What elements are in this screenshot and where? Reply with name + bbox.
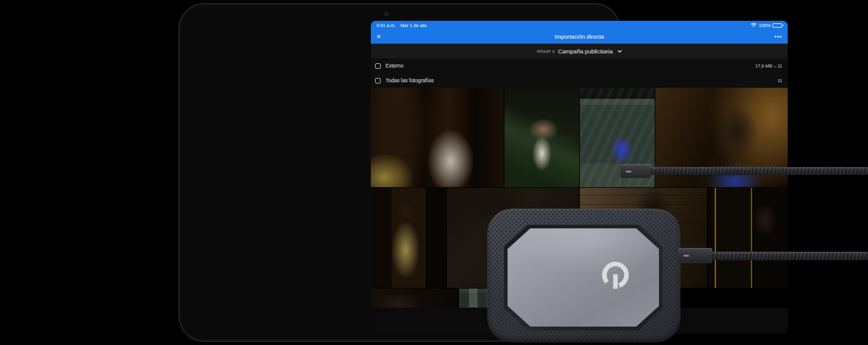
todas-checkbox[interactable]: [375, 78, 381, 83]
source-meta: 17,6 MB – 11: [755, 63, 782, 69]
page-title: Importación directa: [555, 33, 604, 40]
g-drive-logo-icon: [596, 259, 634, 297]
scene: 9:41 a.m. Mar 1 de abr. 100% ✕ Importaci…: [0, 0, 868, 345]
photo-thumbnail[interactable]: [371, 188, 446, 288]
close-icon[interactable]: ✕: [376, 29, 381, 44]
photo-thumbnail[interactable]: [504, 88, 579, 187]
source-label: Todas las fotografías: [386, 77, 433, 83]
add-to-bar[interactable]: Añadir a Campaña publicitaria: [371, 44, 788, 58]
source-label: Externo: [386, 63, 403, 69]
add-to-label: Añadir a: [536, 48, 555, 54]
usb-c-connector-ipad: [620, 165, 651, 178]
drive-plate-ridge: [504, 225, 663, 330]
usb-c-connector-drive: [678, 248, 712, 263]
front-camera: [385, 12, 388, 15]
battery-percent: 100%: [759, 23, 771, 28]
externo-checkbox[interactable]: [375, 63, 381, 69]
chevron-down-icon: [617, 50, 622, 53]
status-bar: 9:41 a.m. Mar 1 de abr. 100%: [371, 21, 788, 29]
usb-cable-to-ipad: [650, 167, 868, 175]
battery-icon: [772, 23, 782, 28]
more-options-icon[interactable]: •••: [775, 29, 782, 44]
photo-thumbnail[interactable]: [371, 88, 504, 187]
album-name: Campaña publicitaria: [558, 48, 612, 55]
photo-thumbnail[interactable]: [371, 289, 459, 308]
drive-metal-plate: [508, 228, 659, 327]
usb-cable-to-drive: [711, 252, 868, 260]
source-row-todas[interactable]: Todas las fotografías 11: [371, 73, 788, 88]
photo-thumbnail[interactable]: [707, 188, 788, 288]
external-ssd-drive: [487, 209, 680, 343]
status-date: Mar 1 de abr.: [400, 23, 427, 28]
source-row-externo[interactable]: Externo 17,6 MB – 11: [371, 58, 788, 73]
import-header: ✕ Importación directa •••: [371, 29, 788, 44]
source-meta: 11: [777, 78, 782, 83]
status-time: 9:41 a.m.: [376, 23, 395, 28]
wifi-icon: [750, 23, 757, 28]
